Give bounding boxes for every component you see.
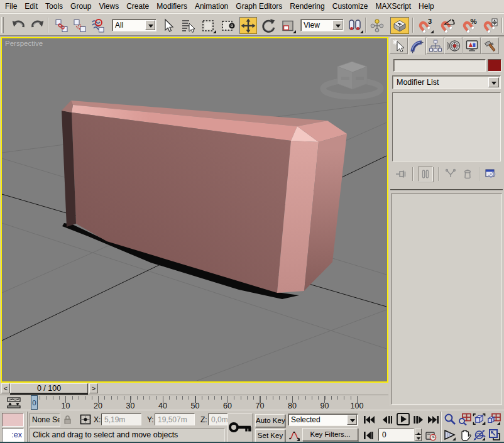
key-mode-toggle-button[interactable] [362,429,375,442]
keyboard-shortcut-override-button[interactable] [390,17,409,34]
tab-modify[interactable] [408,37,426,55]
time-slider-prev-button[interactable]: < [1,383,10,393]
field-of-view-button[interactable] [443,428,456,441]
auto-key-button[interactable]: Auto Key [255,414,285,427]
percent-snap-toggle-button[interactable]: % [459,17,478,34]
zoom-button[interactable] [443,412,456,425]
previous-frame-button[interactable] [380,413,393,426]
menu-views[interactable]: Views [95,0,123,13]
select-and-link-button[interactable] [53,17,70,34]
go-to-start-button[interactable] [362,413,375,426]
menu-maxscript[interactable]: MAXScript [371,0,415,13]
bind-to-space-warp-button[interactable] [89,17,107,34]
pan-view-button[interactable] [458,428,471,441]
toolbar-separator [365,18,366,33]
menu-customize[interactable]: Customize [329,0,372,13]
reference-coordinate-system-value: View [304,21,320,30]
frame-spinner[interactable] [415,429,422,441]
menu-group[interactable]: Group [67,0,95,13]
dropdown-arrow-icon[interactable] [347,415,357,425]
object-color-swatch[interactable] [488,59,501,72]
viewport-scene: z x y [2,38,387,381]
key-filters-button[interactable]: Key Filters... [302,428,358,441]
redo-button[interactable] [28,17,46,34]
select-object-button[interactable] [159,17,177,34]
angle-snap-toggle-button[interactable] [437,17,456,34]
zoom-all-button[interactable] [458,412,471,425]
tab-create[interactable] [390,37,408,54]
spinner-snap-toggle-button[interactable] [480,17,499,34]
reference-coordinate-system-dropdown[interactable]: View [300,19,344,31]
viewport-label[interactable]: Perspective [5,40,43,47]
object-name-field[interactable] [393,59,486,72]
chamfer-box-object[interactable] [62,101,347,295]
track-bar[interactable]: 102030405060708090100 0 [0,395,388,410]
view-cube[interactable] [323,62,381,97]
menu-file[interactable]: File [1,0,21,13]
pin-stack-button[interactable] [394,167,409,182]
select-and-rotate-button[interactable] [260,17,277,34]
spinner-up-icon[interactable] [415,429,422,435]
select-by-name-button[interactable] [179,17,197,34]
time-slider-handle[interactable]: 0 / 100 [10,383,88,393]
selection-lock-icon[interactable] [63,415,72,425]
use-pivot-point-center-button[interactable] [346,17,364,34]
modifier-stack-list[interactable] [392,92,501,161]
menu-create[interactable]: Create [123,0,153,13]
perspective-viewport[interactable]: z x y Perspective [1,37,388,383]
play-animation-button[interactable] [396,412,410,426]
toolbar-grip[interactable] [1,17,5,33]
make-unique-button[interactable] [443,167,458,182]
current-frame-field[interactable]: 0 [378,429,414,441]
dropdown-arrow-icon[interactable] [145,20,155,30]
time-configuration-button[interactable] [424,429,437,442]
spinner-down-icon[interactable] [415,435,422,441]
window-crossing-button[interactable] [219,17,237,34]
select-and-manipulate-button[interactable] [368,17,386,34]
next-frame-button[interactable] [412,413,425,426]
remove-modifier-button[interactable] [460,167,475,182]
rectangular-selection-region-button[interactable] [199,17,217,34]
maxscript-macro-recorder-field[interactable] [2,413,24,427]
unlink-selection-button[interactable] [71,17,89,34]
maximize-viewport-toggle-button[interactable] [488,428,501,441]
current-frame-marker[interactable]: 0 [31,395,38,410]
ruler-label: 10 [62,402,70,410]
zoom-extents-button[interactable] [473,412,486,425]
key-filter-selection-dropdown[interactable]: Selected [288,413,358,426]
menu-tools[interactable]: Tools [41,0,67,13]
y-coordinate-field[interactable]: 19,507m [155,413,195,425]
menu-edit[interactable]: Edit [21,0,41,13]
menu-help[interactable]: Help [415,0,438,13]
selection-filter-dropdown[interactable]: All [112,19,156,31]
time-slider-next-button[interactable]: > [89,383,98,393]
tab-motion[interactable] [444,37,463,54]
menu-rendering[interactable]: Rendering [286,0,328,13]
tab-hierarchy[interactable] [426,37,444,54]
go-to-end-button[interactable] [427,413,440,426]
set-key-button[interactable]: Set Key [255,429,285,442]
arc-rotate-button[interactable] [473,428,486,441]
tab-display[interactable] [463,37,481,54]
modifier-list-dropdown[interactable]: Modifier List [392,75,501,89]
absolute-mode-transform-button[interactable] [80,414,91,425]
menu-modifiers[interactable]: Modifiers [153,0,191,13]
menu-animation[interactable]: Animation [191,0,232,13]
undo-button[interactable] [10,17,28,34]
tab-utilities[interactable] [481,37,499,54]
maxscript-listener-field[interactable]: :ex [2,428,24,442]
x-coordinate-field[interactable]: 5,19m [101,413,141,425]
open-mini-track-view-button[interactable] [7,397,21,408]
dropdown-arrow-icon[interactable] [332,20,342,30]
rectangular-selection-region-icon [200,18,216,33]
set-keys-button[interactable] [227,413,253,442]
select-and-move-button[interactable] [239,17,257,34]
configure-modifier-sets-button[interactable] [483,167,498,182]
menu-graph-editors[interactable]: Graph Editors [232,0,286,13]
zoom-extents-all-button[interactable] [488,412,501,425]
dropdown-arrow-icon[interactable] [488,77,499,87]
show-end-result-button[interactable] [418,167,433,182]
default-in-out-tangents-button[interactable] [288,429,300,442]
select-and-uniform-scale-button[interactable] [279,17,297,34]
snaps-toggle-button[interactable]: 3 [415,17,434,34]
